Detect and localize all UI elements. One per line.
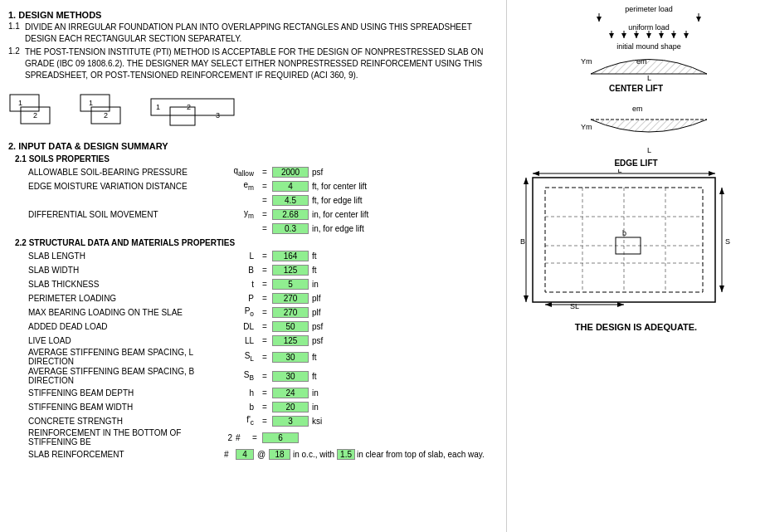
row-edge-moisture-edge: = 4.5 ft, for edge lift — [8, 193, 498, 207]
unit-perimeter-loading: plf — [309, 294, 408, 303]
svg-text:em: em — [636, 57, 647, 66]
right-panel: perimeter load uniform load — [506, 0, 765, 532]
val-slab-reinforcement-at[interactable]: 18 — [269, 449, 290, 460]
item-1-2-num: 1.2 — [8, 46, 25, 81]
diagram-2: 1 2 — [79, 86, 141, 136]
label-perimeter-loading: PERIMETER LOADING — [8, 294, 224, 303]
val-max-bearing[interactable]: 270 — [272, 307, 309, 318]
row-slab-thickness: SLAB THICKNESS t = 5 in — [8, 277, 498, 290]
diagram-1: 1 2 — [8, 86, 71, 136]
sym-added-dead: DL — [224, 322, 257, 331]
sym-reinforcement-num: 2 — [224, 433, 236, 442]
label-avg-stiffening-b: AVERAGE STIFFENING BEAM SPACING, B DIREC… — [8, 367, 224, 385]
label-avg-stiffening-l: AVERAGE STIFFENING BEAM SPACING, L DIREC… — [8, 348, 224, 366]
label-added-dead: ADDED DEAD LOAD — [8, 322, 224, 331]
sym-slab-width: B — [224, 266, 257, 275]
svg-text:2: 2 — [33, 111, 37, 120]
svg-text:1: 1 — [156, 103, 160, 111]
val-slab-thickness[interactable]: 5 — [272, 279, 309, 290]
svg-marker-24 — [634, 33, 639, 38]
label-slab-width: SLAB WIDTH — [8, 266, 224, 275]
sym-stiffening-depth: h — [224, 388, 257, 398]
svg-text:uniform load: uniform load — [628, 23, 670, 32]
svg-text:2: 2 — [104, 111, 108, 120]
svg-text:SL: SL — [570, 302, 579, 310]
unit-slab-clear: in clear from top of slab, each way. — [355, 450, 485, 459]
sym-live-load: LL — [224, 336, 257, 345]
svg-marker-30 — [671, 33, 676, 38]
svg-marker-20 — [609, 33, 614, 38]
eq7: = — [257, 266, 272, 275]
item-1-1-num: 1.1 — [8, 22, 25, 45]
val-allowable-soil[interactable]: 2000 — [272, 167, 309, 178]
item-1-1-text: DIVIDE AN IRREGULAR FOUNDATION PLAN INTO… — [25, 22, 498, 45]
val-edge-moisture-center[interactable]: 4 — [272, 181, 309, 192]
section2-1-title: 2.1 SOILS PROPERTIES — [15, 154, 498, 164]
val-slab-length[interactable]: 164 — [272, 251, 309, 261]
unit-differential-edge: in, for edge lift — [309, 224, 408, 233]
sym-max-bearing: Po — [224, 306, 257, 318]
edge-lift-diagram: em L Ym — [516, 95, 757, 157]
eq15: = — [257, 388, 272, 398]
sym-stiffening-width: b — [224, 403, 257, 412]
section1-title: 1. DESIGN METHODS — [8, 10, 498, 20]
eq17: = — [257, 417, 272, 426]
eq6: = — [257, 251, 272, 261]
val-concrete-strength[interactable]: 3 — [272, 416, 309, 427]
row-avg-stiffening-b: AVERAGE STIFFENING BEAM SPACING, B DIREC… — [8, 367, 498, 385]
adequate-text: THE DESIGN IS ADEQUATE. — [575, 322, 697, 332]
row-edge-moisture: EDGE MOISTURE VARIATION DISTANCE em = 4 … — [8, 179, 498, 193]
sym-perimeter-loading: P — [224, 294, 257, 303]
eq14: = — [257, 372, 272, 381]
row-allowable-soil: ALLOWABLE SOIL-BEARING PRESSURE qallow =… — [8, 165, 498, 178]
row-differential-edge: = 0.3 in, for edge lift — [8, 222, 498, 235]
svg-marker-69 — [617, 302, 624, 307]
label-slab-reinforcement: SLAB REINFORCEMENT — [8, 450, 224, 459]
svg-text:1: 1 — [18, 99, 22, 107]
sym-differential-soil: ym — [224, 208, 257, 220]
sym-slab-hash: # — [224, 450, 236, 459]
val-differential-center[interactable]: 2.68 — [272, 209, 309, 220]
val-slab-reinforcement-num[interactable]: 4 — [236, 449, 254, 460]
val-live-load[interactable]: 125 — [272, 335, 309, 346]
svg-marker-64 — [709, 171, 715, 176]
unit-slab-length: ft — [309, 251, 408, 261]
val-avg-stiffening-b[interactable]: 30 — [272, 371, 309, 382]
eq13: = — [257, 353, 272, 362]
row-perimeter-loading: PERIMETER LOADING P = 270 plf — [8, 291, 498, 305]
val-added-dead[interactable]: 50 — [272, 321, 309, 332]
row-slab-width: SLAB WIDTH B = 125 ft — [8, 263, 498, 276]
svg-marker-28 — [659, 33, 664, 38]
label-slab-length: SLAB LENGTH — [8, 251, 224, 261]
section2-title: 2. INPUT DATA & DESIGN SUMMARY — [8, 141, 498, 151]
val-stiffening-width[interactable]: 20 — [272, 402, 309, 412]
svg-rect-9 — [170, 107, 195, 125]
svg-text:initial mound shape: initial mound shape — [616, 42, 681, 51]
val-perimeter-loading[interactable]: 270 — [272, 293, 309, 304]
label-reinforcement-bottom: REINFORCEMENT IN THE BOTTOM OF STIFFENIN… — [8, 428, 224, 447]
val-slab-width[interactable]: 125 — [272, 265, 309, 276]
sym-slab-at: @ — [254, 450, 269, 459]
val-stiffening-depth[interactable]: 24 — [272, 388, 309, 398]
val-slab-reinforcement-clear[interactable]: 1.5 — [337, 449, 355, 460]
row-slab-length: SLAB LENGTH L = 164 ft — [8, 249, 498, 262]
svg-text:em: em — [632, 105, 643, 113]
svg-rect-4 — [80, 95, 110, 111]
section2-2-title: 2.2 STRUCTURAL DATA AND MATERIALS PROPER… — [15, 238, 498, 247]
svg-marker-22 — [621, 33, 626, 38]
svg-marker-59 — [719, 188, 724, 194]
label-live-load: LIVE LOAD — [8, 336, 224, 345]
svg-text:L: L — [647, 146, 651, 154]
svg-marker-63 — [533, 171, 539, 176]
row-reinforcement-bottom: REINFORCEMENT IN THE BOTTOM OF STIFFENIN… — [8, 428, 498, 447]
plan-diagram: B S L SL b — [516, 169, 757, 319]
svg-text:2: 2 — [187, 103, 191, 111]
svg-marker-60 — [719, 286, 724, 292]
val-differential-edge[interactable]: 0.3 — [272, 223, 309, 234]
unit-edge-moisture-edge: ft, for edge lift — [309, 196, 408, 205]
val-reinforcement-bottom[interactable]: 6 — [262, 432, 299, 443]
val-avg-stiffening-l[interactable]: 30 — [272, 352, 309, 363]
left-panel: 1. DESIGN METHODS 1.1 DIVIDE AN IRREGULA… — [0, 0, 506, 532]
val-edge-moisture-edge[interactable]: 4.5 — [272, 195, 309, 206]
eq16: = — [257, 403, 272, 412]
